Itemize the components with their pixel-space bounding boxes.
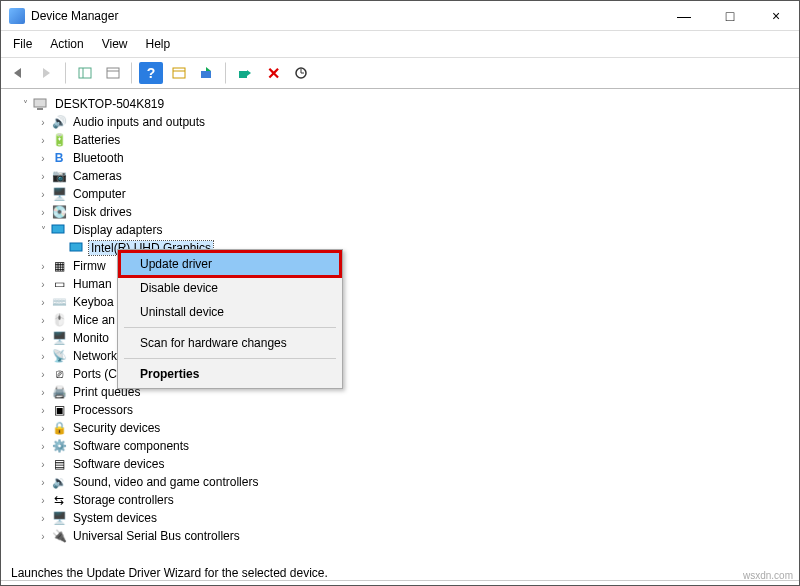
svg-rect-0: [79, 68, 91, 78]
collapse-icon[interactable]: ˅: [19, 99, 31, 110]
battery-icon: 🔋: [51, 132, 67, 148]
expand-icon[interactable]: ›: [37, 459, 49, 470]
action-toolbar-button[interactable]: [167, 62, 191, 84]
component-icon: ⚙️: [51, 438, 67, 454]
context-disable-device[interactable]: Disable device: [120, 276, 340, 300]
app-icon: [9, 8, 25, 24]
uninstall-device-toolbar-button[interactable]: ✕: [261, 62, 285, 84]
update-driver-toolbar-button[interactable]: [195, 62, 219, 84]
context-uninstall-device[interactable]: Uninstall device: [120, 300, 340, 324]
tree-item-software-devices[interactable]: › ▤ Software devices: [3, 455, 797, 473]
network-icon: 📡: [51, 348, 67, 364]
close-button[interactable]: ×: [753, 1, 799, 31]
svg-rect-10: [37, 108, 43, 110]
svg-rect-7: [239, 71, 247, 78]
enable-device-toolbar-button[interactable]: [233, 62, 257, 84]
lock-icon: 🔒: [51, 420, 67, 436]
menu-help[interactable]: Help: [144, 35, 173, 53]
svg-rect-2: [107, 68, 119, 78]
menu-view[interactable]: View: [100, 35, 130, 53]
bluetooth-icon: B: [51, 150, 67, 166]
expand-icon[interactable]: ›: [37, 171, 49, 182]
svg-rect-11: [52, 225, 64, 233]
scan-hardware-toolbar-button[interactable]: [289, 62, 313, 84]
context-scan-hardware[interactable]: Scan for hardware changes: [120, 331, 340, 355]
speaker-icon: 🔊: [51, 114, 67, 130]
expand-icon[interactable]: ›: [37, 261, 49, 272]
expand-icon[interactable]: ›: [37, 315, 49, 326]
tree-item-bluetooth[interactable]: › B Bluetooth: [3, 149, 797, 167]
maximize-button[interactable]: □: [707, 1, 753, 31]
window-title: Device Manager: [31, 9, 661, 23]
expand-icon[interactable]: ›: [37, 531, 49, 542]
expand-icon[interactable]: ›: [37, 189, 49, 200]
tree-item-storage-controllers[interactable]: › ⇆ Storage controllers: [3, 491, 797, 509]
tree-item-label: Human: [71, 277, 114, 291]
sound-icon: 🔉: [51, 474, 67, 490]
tree-item-label: Display adapters: [71, 223, 164, 237]
expand-icon[interactable]: ›: [37, 441, 49, 452]
expand-icon[interactable]: ›: [37, 333, 49, 344]
properties-toolbar-button[interactable]: [101, 62, 125, 84]
expand-icon[interactable]: ›: [37, 495, 49, 506]
expand-icon[interactable]: ›: [37, 513, 49, 524]
tree-item-label: Monito: [71, 331, 111, 345]
tree-item-label: Network: [71, 349, 119, 363]
tree-item-batteries[interactable]: › 🔋 Batteries: [3, 131, 797, 149]
tree-item-processors[interactable]: › ▣ Processors: [3, 401, 797, 419]
menubar: File Action View Help: [1, 31, 799, 58]
collapse-icon[interactable]: ˅: [37, 225, 49, 236]
toolbar: ? ✕: [1, 58, 799, 89]
expand-icon[interactable]: ›: [37, 279, 49, 290]
forward-button[interactable]: [35, 62, 59, 84]
expand-icon[interactable]: ›: [37, 477, 49, 488]
port-icon: ⎚: [51, 366, 67, 382]
storage-icon: ⇆: [51, 492, 67, 508]
tree-item-usb-controllers[interactable]: › 🔌 Universal Serial Bus controllers: [3, 527, 797, 545]
tree-item-display-adapters[interactable]: ˅ Display adapters: [3, 221, 797, 239]
expand-icon[interactable]: ›: [37, 387, 49, 398]
context-separator: [124, 358, 336, 359]
tree-root[interactable]: ˅ DESKTOP-504K819: [3, 95, 797, 113]
tree-item-security[interactable]: › 🔒 Security devices: [3, 419, 797, 437]
tree-item-label: Ports (C: [71, 367, 119, 381]
tree-item-software-components[interactable]: › ⚙️ Software components: [3, 437, 797, 455]
show-hide-console-tree-button[interactable]: [73, 62, 97, 84]
keyboard-icon: ⌨️: [51, 294, 67, 310]
chip-icon: ▦: [51, 258, 67, 274]
expand-icon[interactable]: ›: [37, 369, 49, 380]
back-button[interactable]: [7, 62, 31, 84]
monitor-icon: 🖥️: [51, 330, 67, 346]
tree-item-label: Disk drives: [71, 205, 134, 219]
menu-file[interactable]: File: [11, 35, 34, 53]
tree-item-label: Mice an: [71, 313, 117, 327]
tree-item-cameras[interactable]: › 📷 Cameras: [3, 167, 797, 185]
tree-item-audio[interactable]: › 🔊 Audio inputs and outputs: [3, 113, 797, 131]
help-toolbar-button[interactable]: ?: [139, 62, 163, 84]
expand-icon[interactable]: ›: [37, 297, 49, 308]
tree-item-sound-video-game[interactable]: › 🔉 Sound, video and game controllers: [3, 473, 797, 491]
tree-item-label: Processors: [71, 403, 135, 417]
context-update-driver[interactable]: Update driver: [120, 252, 340, 276]
expand-icon[interactable]: ›: [37, 153, 49, 164]
expand-icon[interactable]: ›: [37, 207, 49, 218]
expand-icon[interactable]: ›: [37, 351, 49, 362]
tree-item-label: Universal Serial Bus controllers: [71, 529, 242, 543]
display-adapter-icon: [69, 240, 85, 256]
minimize-button[interactable]: —: [661, 1, 707, 31]
svg-rect-12: [70, 243, 82, 251]
expand-icon[interactable]: ›: [37, 405, 49, 416]
expand-icon[interactable]: ›: [37, 423, 49, 434]
tree-item-label: System devices: [71, 511, 159, 525]
context-properties[interactable]: Properties: [120, 362, 340, 386]
expand-icon[interactable]: ›: [37, 117, 49, 128]
tree-item-label: Cameras: [71, 169, 124, 183]
tree-item-label: Software devices: [71, 457, 166, 471]
context-separator: [124, 327, 336, 328]
tree-item-computer[interactable]: › 🖥️ Computer: [3, 185, 797, 203]
menu-action[interactable]: Action: [48, 35, 85, 53]
expand-icon[interactable]: ›: [37, 135, 49, 146]
tree-item-system-devices[interactable]: › 🖥️ System devices: [3, 509, 797, 527]
computer-icon: [33, 96, 49, 112]
tree-item-disk-drives[interactable]: › 💽 Disk drives: [3, 203, 797, 221]
